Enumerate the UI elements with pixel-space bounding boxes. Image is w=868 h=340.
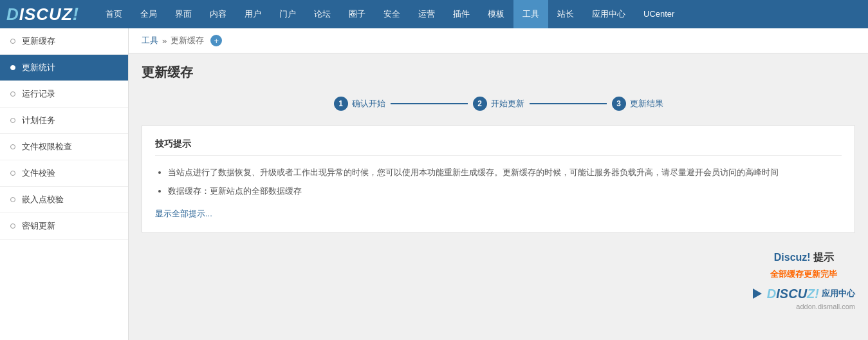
sidebar-item-embed-verify[interactable]: 嵌入点校验	[0, 187, 128, 213]
main-content: 工具 » 更新缓存 + 更新缓存 1 确认开始 2 开始更新 3 更新结果	[129, 28, 868, 340]
add-button[interactable]: +	[210, 35, 222, 46]
step-line-1	[391, 103, 468, 104]
step-3-circle: 3	[612, 97, 626, 111]
arrow-icon	[753, 288, 762, 299]
breadcrumb-root[interactable]: 工具	[142, 35, 158, 46]
show-all-tips-link[interactable]: 显示全部提示...	[155, 208, 212, 220]
nav-item-global[interactable]: 全局	[131, 0, 166, 28]
tips-title: 技巧提示	[155, 138, 842, 156]
nav-item-content[interactable]: 内容	[201, 0, 235, 28]
sidebar-dot	[10, 118, 15, 123]
sidebar-item-schedule[interactable]: 计划任务	[0, 108, 128, 134]
logo-text: DISCUZ!	[6, 4, 79, 24]
step-1: 1 确认开始	[334, 97, 385, 111]
step-2-circle: 2	[473, 97, 487, 111]
step-3-label: 更新结果	[630, 98, 663, 109]
breadcrumb: 工具 » 更新缓存 +	[129, 28, 868, 53]
step-2: 2 开始更新	[473, 97, 524, 111]
sidebar-dot	[10, 65, 15, 70]
step-2-label: 开始更新	[491, 98, 524, 109]
content-panel: 技巧提示 当站点进行了数据恢复、升级或者工作出现异常的时候，您可以使用本功能重新…	[142, 125, 855, 233]
notice-title: Discuz! 提示	[753, 251, 855, 265]
tips-list: 当站点进行了数据恢复、升级或者工作出现异常的时候，您可以使用本功能重新生成缓存。…	[155, 165, 842, 199]
tip-item-1: 当站点进行了数据恢复、升级或者工作出现异常的时候，您可以使用本功能重新生成缓存。…	[168, 165, 842, 180]
nav-menu: 首页 全局 界面 内容 用户 门户 论坛 圈子 安全 运营 插件 模板 工具 站…	[97, 0, 862, 28]
sidebar-dot	[10, 171, 15, 176]
banner-sub: addon.dismall.com	[753, 303, 855, 310]
nav-item-ucenter[interactable]: UCenter	[634, 0, 683, 28]
sidebar-dot	[10, 39, 15, 44]
topbar: DISCUZ! 首页 全局 界面 内容 用户 门户 论坛 圈子 安全 运营 插件…	[0, 0, 868, 28]
logo: DISCUZ!	[6, 4, 84, 24]
layout: 更新缓存 更新统计 运行记录 计划任务 文件权限检查 文件校验 嵌入点校验 密	[0, 28, 868, 340]
nav-item-ops[interactable]: 运营	[409, 0, 444, 28]
page-title: 更新缓存	[129, 53, 868, 88]
nav-item-appstore[interactable]: 应用中心	[583, 0, 634, 28]
nav-item-plugin[interactable]: 插件	[444, 0, 479, 28]
step-3: 3 更新结果	[612, 97, 663, 111]
notice-box: Discuz! 提示 全部缓存更新完毕 DISCUZ! 应用中心 addon.d…	[753, 251, 855, 310]
sidebar-item-file-verify[interactable]: 文件校验	[0, 160, 128, 187]
nav-item-tools[interactable]: 工具	[513, 0, 548, 28]
discuz-banner: DISCUZ! 应用中心	[753, 287, 855, 301]
sidebar: 更新缓存 更新统计 运行记录 计划任务 文件权限检查 文件校验 嵌入点校验 密	[0, 28, 129, 340]
breadcrumb-current: 更新缓存	[171, 35, 204, 46]
step-1-circle: 1	[334, 97, 348, 111]
nav-item-ui[interactable]: 界面	[166, 0, 201, 28]
sidebar-dot	[10, 223, 15, 229]
sidebar-item-update-stats[interactable]: 更新统计	[0, 55, 128, 81]
banner-logo: DISCUZ!	[767, 287, 819, 301]
bottom-notice: Discuz! 提示 全部缓存更新完毕 DISCUZ! 应用中心 addon.d…	[129, 238, 868, 323]
nav-item-template[interactable]: 模板	[479, 0, 513, 28]
nav-item-circle[interactable]: 圈子	[340, 0, 374, 28]
nav-item-admin[interactable]: 站长	[548, 0, 583, 28]
sidebar-dot	[10, 91, 15, 97]
nav-item-home[interactable]: 首页	[97, 0, 131, 28]
step-line-2	[530, 103, 607, 104]
logo-exclaim: !	[73, 4, 79, 24]
sidebar-dot	[10, 197, 15, 202]
steps-bar: 1 确认开始 2 开始更新 3 更新结果	[129, 88, 868, 120]
notice-status: 全部缓存更新完毕	[753, 269, 855, 280]
sidebar-item-run-log[interactable]: 运行记录	[0, 81, 128, 108]
nav-item-users[interactable]: 用户	[235, 0, 270, 28]
sidebar-item-update-cache[interactable]: 更新缓存	[0, 28, 128, 55]
sidebar-dot	[10, 144, 15, 149]
banner-text: 应用中心	[822, 288, 855, 299]
sidebar-item-key-update[interactable]: 密钥更新	[0, 213, 128, 240]
step-1-label: 确认开始	[352, 98, 385, 109]
nav-item-security[interactable]: 安全	[374, 0, 409, 28]
sidebar-item-file-permissions[interactable]: 文件权限检查	[0, 134, 128, 160]
tip-item-2: 数据缓存：更新站点的全部数据缓存	[168, 184, 842, 198]
nav-item-forum[interactable]: 论坛	[305, 0, 340, 28]
nav-item-portal[interactable]: 门户	[270, 0, 305, 28]
